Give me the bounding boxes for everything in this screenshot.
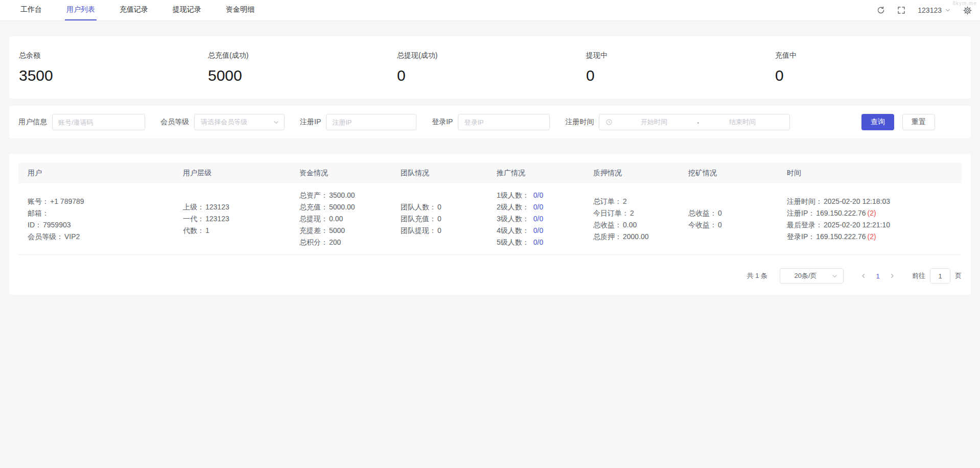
goto-label: 前往 xyxy=(912,271,925,280)
stat-withdrawing: 提现中 0 xyxy=(586,51,775,84)
member-level-label: 会员等级 xyxy=(160,118,189,127)
table-row: 账号：+1 789789 邮箱： ID：7959903 会员等级：VIP2 上级… xyxy=(18,183,962,255)
watermark: 8kym.me xyxy=(952,1,977,6)
goto-page-input[interactable] xyxy=(930,268,950,284)
filter-bar: 用户信息 会员等级 请选择会员等级 注册IP 登录IP 注册时间 开始时间 - … xyxy=(9,106,971,138)
register-time-label: 注册时间 xyxy=(565,118,594,127)
team-withdraw: 团队提现：0 xyxy=(401,225,496,237)
cell-user: 账号：+1 789789 邮箱： ID：7959903 会员等级：VIP2 xyxy=(18,196,182,243)
col-team: 团队情况 xyxy=(400,169,496,178)
pledge-total-amount: 总质押：2000.00 xyxy=(593,231,687,243)
fullscreen-icon[interactable] xyxy=(897,6,905,14)
stat-value: 5000 xyxy=(208,67,397,84)
tab-user-list[interactable]: 用户列表 xyxy=(65,0,97,20)
promo-count-link[interactable]: 0/0 xyxy=(533,191,543,199)
funds-total-assets: 总资产：3500.00 xyxy=(299,190,400,201)
goto-suffix: 页 xyxy=(955,271,962,280)
cell-promotion: 1级人数：0/0 2级人数：0/0 3级人数：0/0 4级人数：0/0 5级人数… xyxy=(496,190,592,248)
filter-login-ip: 登录IP xyxy=(432,114,550,130)
tab-fund-details[interactable]: 资金明细 xyxy=(224,0,256,20)
filter-member-level: 会员等级 请选择会员等级 xyxy=(160,114,285,130)
promo-level-4: 4级人数：0/0 xyxy=(497,225,592,237)
hierarchy-first-gen: 一代：123123 xyxy=(183,213,298,225)
col-user: 用户 xyxy=(18,169,182,178)
promo-count-link[interactable]: 0/0 xyxy=(533,238,543,246)
hierarchy-generations: 代数：1 xyxy=(183,225,298,237)
stat-label: 总充值(成功) xyxy=(208,51,397,60)
team-recharge: 团队充值：0 xyxy=(401,213,496,225)
start-time-placeholder: 开始时间 xyxy=(613,118,695,127)
col-mining: 挖矿情况 xyxy=(687,169,786,178)
cell-time: 注册时间：2025-02-20 12:18:03 注册IP：169.150.22… xyxy=(786,196,962,243)
promo-count-link[interactable]: 0/0 xyxy=(533,226,543,235)
chevron-down-icon xyxy=(831,273,838,279)
total-count: 共 1 条 xyxy=(747,271,767,280)
col-pledge: 质押情况 xyxy=(592,169,687,178)
end-time-placeholder: 结束时间 xyxy=(702,118,784,127)
nav-tabs: 工作台 用户列表 充值记录 提现记录 资金明细 xyxy=(19,0,256,20)
user-menu[interactable]: 123123 xyxy=(918,6,951,14)
prev-page-button[interactable] xyxy=(857,273,870,279)
pledge-total-profit: 总收益：0.00 xyxy=(593,219,687,231)
register-time-range-picker[interactable]: 开始时间 - 结束时间 xyxy=(599,114,790,130)
stat-value: 3500 xyxy=(19,67,208,84)
pledge-total-orders: 总订单：2 xyxy=(593,196,687,207)
tab-recharge-records[interactable]: 充值记录 xyxy=(118,0,150,20)
page-size-select[interactable]: 20条/页 xyxy=(780,268,844,284)
search-button[interactable]: 查询 xyxy=(861,114,894,130)
next-page-button[interactable] xyxy=(885,273,899,279)
promo-level-5: 5级人数：0/0 xyxy=(497,237,592,248)
user-info-label: 用户信息 xyxy=(18,118,47,127)
top-navbar: 工作台 用户列表 充值记录 提现记录 资金明细 123123 xyxy=(0,0,980,21)
team-count: 团队人数：0 xyxy=(401,201,496,213)
user-account: 账号：+1 789789 xyxy=(28,196,182,207)
mining-total-profit: 总收益：0 xyxy=(688,207,786,219)
tab-withdraw-records[interactable]: 提现记录 xyxy=(171,0,203,20)
time-register: 注册时间：2025-02-20 12:18:03 xyxy=(787,196,962,207)
settings-gear-icon[interactable] xyxy=(963,6,972,15)
stat-value: 0 xyxy=(586,67,775,84)
stat-label: 总余额 xyxy=(19,51,208,60)
promo-count-link[interactable]: 0/0 xyxy=(533,215,543,223)
login-ip-input[interactable] xyxy=(458,114,550,130)
promo-level-2: 2级人数：0/0 xyxy=(497,201,592,213)
user-info-input[interactable] xyxy=(52,114,145,130)
register-ip-input[interactable] xyxy=(326,114,416,130)
member-level-placeholder: 请选择会员等级 xyxy=(201,118,247,127)
refresh-icon[interactable] xyxy=(877,6,885,14)
ip-count-badge: (2) xyxy=(868,232,876,241)
table-header: 用户 用户层级 资金情况 团队情况 推广情况 质押情况 挖矿情况 时间 xyxy=(18,163,962,183)
cell-hierarchy: 上级：123123 一代：123123 代数：1 xyxy=(182,201,298,237)
member-level-select[interactable]: 请选择会员等级 xyxy=(194,114,285,130)
pagination: 共 1 条 20条/页 1 前往 页 xyxy=(18,268,962,284)
user-email: 邮箱： xyxy=(28,207,182,219)
funds-points: 总积分：200 xyxy=(299,237,400,248)
time-login-ip: 登录IP：169.150.222.76(2) xyxy=(787,231,962,243)
filter-buttons: 查询 重置 xyxy=(861,114,962,130)
promo-level-1: 1级人数：0/0 xyxy=(497,190,592,201)
filter-register-ip: 注册IP xyxy=(300,114,416,130)
cell-team: 团队人数：0 团队充值：0 团队提现：0 xyxy=(400,201,496,237)
col-promotion: 推广情况 xyxy=(496,169,592,178)
stat-value: 0 xyxy=(397,67,586,84)
col-hierarchy: 用户层级 xyxy=(182,169,298,178)
reset-button[interactable]: 重置 xyxy=(902,114,935,130)
funds-diff: 充提差：5000 xyxy=(299,225,400,237)
stat-value: 0 xyxy=(775,67,964,84)
hierarchy-parent: 上级：123123 xyxy=(183,201,298,213)
stats-card: 总余额 3500 总充值(成功) 5000 总提现(成功) 0 提现中 0 充值… xyxy=(9,36,971,99)
time-register-ip: 注册IP：169.150.222.76(2) xyxy=(787,207,962,219)
chevron-down-icon xyxy=(273,119,279,126)
funds-total-withdraw: 总提现：0.00 xyxy=(299,213,400,225)
range-separator: - xyxy=(695,119,701,126)
stat-label: 提现中 xyxy=(586,51,775,60)
page-number-current[interactable]: 1 xyxy=(870,272,885,280)
cell-mining: 总收益：0 今收益：0 xyxy=(687,207,786,231)
stat-total-withdraw: 总提现(成功) 0 xyxy=(397,51,586,84)
col-funds: 资金情况 xyxy=(298,169,400,178)
register-ip-label: 注册IP xyxy=(300,118,321,127)
promo-count-link[interactable]: 0/0 xyxy=(533,203,543,211)
promo-level-3: 3级人数：0/0 xyxy=(497,213,592,225)
funds-total-recharge: 总充值：5000.00 xyxy=(299,201,400,213)
tab-workbench[interactable]: 工作台 xyxy=(19,0,43,20)
